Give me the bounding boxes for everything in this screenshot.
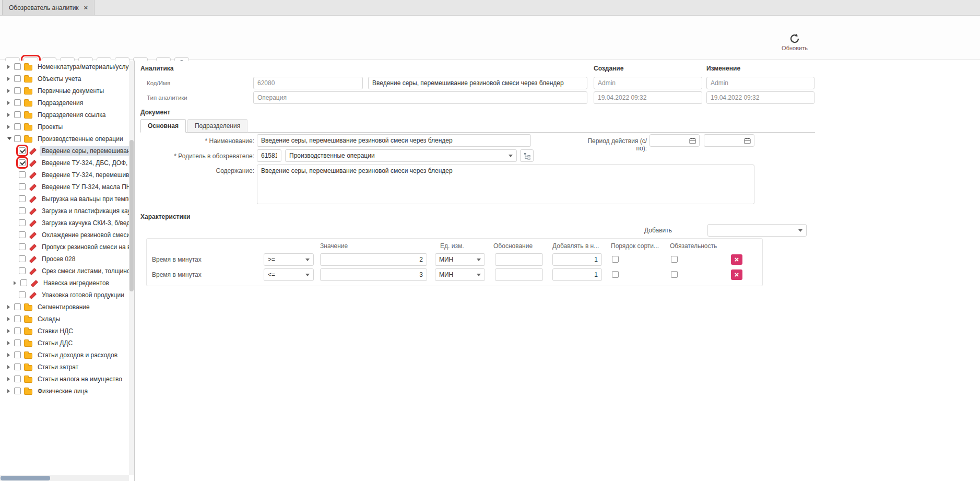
checkbox[interactable] bbox=[14, 351, 21, 358]
checkbox[interactable] bbox=[20, 279, 27, 286]
parent-select[interactable]: Производственные операции bbox=[285, 149, 517, 162]
tree-item[interactable]: Первичные документы bbox=[0, 85, 134, 97]
tree-item[interactable]: Пропуск резиновой смеси на ва bbox=[0, 241, 134, 253]
checkbox[interactable] bbox=[19, 207, 26, 214]
tree-item[interactable]: Статьи доходов и расходов bbox=[0, 349, 134, 361]
tree-item-label[interactable]: Статьи ДДС bbox=[36, 338, 75, 348]
chevron-right-icon[interactable] bbox=[7, 329, 14, 333]
checkbox[interactable] bbox=[19, 219, 26, 226]
operator-select[interactable]: >= bbox=[264, 253, 314, 266]
tree-item-label[interactable]: Физические лица bbox=[36, 386, 90, 396]
tree-item-label[interactable]: Склады bbox=[36, 314, 62, 324]
tree-item[interactable]: Статьи ДДС bbox=[0, 337, 134, 349]
tree-item-label[interactable]: Выгрузка на вальцы при темпе bbox=[40, 194, 134, 204]
checkbox[interactable] bbox=[19, 195, 26, 202]
chevron-right-icon[interactable] bbox=[7, 365, 14, 369]
checkbox[interactable] bbox=[19, 255, 26, 262]
tree-item-label[interactable]: Просев 028 bbox=[40, 254, 77, 264]
tree-item[interactable]: Загрузка и пластификация кауч bbox=[0, 205, 134, 217]
tree-item-label[interactable]: Навеска ингредиентов bbox=[41, 278, 111, 288]
add-to-input[interactable] bbox=[552, 253, 602, 266]
tree-item[interactable]: Подразделения ссылка bbox=[0, 109, 134, 121]
checkbox[interactable] bbox=[19, 159, 26, 166]
checkbox[interactable] bbox=[19, 243, 26, 250]
tree-item[interactable]: Навеска ингредиентов bbox=[0, 277, 134, 289]
value-input[interactable] bbox=[320, 253, 427, 266]
justification-input[interactable] bbox=[495, 253, 543, 266]
modified-user-input[interactable] bbox=[706, 77, 814, 89]
tree-item-label[interactable]: Ставки НДС bbox=[36, 326, 75, 336]
chevron-right-icon[interactable] bbox=[7, 77, 14, 81]
tree-item-label[interactable]: Объекты учета bbox=[36, 74, 83, 84]
tree-item-label[interactable]: Проекты bbox=[36, 122, 65, 132]
tree-item[interactable]: Склады bbox=[0, 313, 134, 325]
checkbox[interactable] bbox=[14, 135, 21, 142]
window-tab[interactable]: Обозреватель аналитик bbox=[2, 0, 95, 15]
checkbox[interactable] bbox=[14, 63, 21, 70]
tree-item-label[interactable]: Введение ТУ П-324, масла ПН-6 bbox=[40, 182, 134, 192]
tree-item-label[interactable]: Введение серы, перемешивание bbox=[40, 146, 134, 156]
value-input[interactable] bbox=[320, 268, 427, 281]
close-icon[interactable] bbox=[84, 4, 88, 11]
tree-item-label[interactable]: Подразделения ссылка bbox=[36, 110, 108, 120]
checkbox[interactable] bbox=[14, 388, 21, 394]
chevron-right-icon[interactable] bbox=[14, 281, 20, 285]
chevron-right-icon[interactable] bbox=[7, 341, 14, 345]
tree-item-label[interactable]: Охлаждение резиновой смеси н bbox=[40, 230, 134, 240]
sort-order-checkbox[interactable] bbox=[612, 256, 619, 263]
tab-main[interactable]: Основная bbox=[140, 119, 186, 133]
add-characteristic-select[interactable] bbox=[707, 224, 807, 237]
tree-item[interactable]: Упаковка готовой продукции bbox=[0, 289, 134, 301]
chevron-right-icon[interactable] bbox=[7, 389, 14, 393]
delete-row-button[interactable] bbox=[731, 269, 742, 280]
tree-item[interactable]: Сегментирование bbox=[0, 301, 134, 313]
chevron-down-icon[interactable] bbox=[7, 137, 14, 140]
tree-item[interactable]: Подразделения bbox=[0, 97, 134, 109]
tree-item[interactable]: Производственные операции bbox=[0, 133, 134, 145]
scrollbar-thumb[interactable] bbox=[129, 140, 134, 291]
tree-item-label[interactable]: Пропуск резиновой смеси на ва bbox=[40, 242, 134, 252]
tree-item[interactable]: Введение ТУ-324, ДБС, ДОФ, пер bbox=[0, 157, 134, 169]
checkbox[interactable] bbox=[14, 363, 21, 370]
checkbox[interactable] bbox=[19, 291, 26, 298]
operator-select[interactable]: <= bbox=[264, 268, 314, 281]
add-to-input[interactable] bbox=[552, 268, 602, 281]
chevron-right-icon[interactable] bbox=[7, 377, 14, 381]
code-input[interactable] bbox=[253, 77, 363, 89]
checkbox[interactable] bbox=[14, 303, 21, 310]
tree-vertical-scrollbar[interactable] bbox=[129, 61, 134, 475]
parent-code-input[interactable] bbox=[257, 149, 281, 162]
tree-item-label[interactable]: Введение ТУ-324, перемешиван bbox=[40, 170, 134, 180]
chevron-right-icon[interactable] bbox=[7, 101, 14, 105]
analytics-type-input[interactable] bbox=[253, 91, 587, 104]
tree-item-label[interactable]: Статьи доходов и расходов bbox=[36, 350, 120, 360]
tree-item[interactable]: Статьи затрат bbox=[0, 361, 134, 373]
tree-item[interactable]: Введение ТУ-324, перемешиван bbox=[0, 169, 134, 181]
chevron-right-icon[interactable] bbox=[7, 89, 14, 93]
checkbox[interactable] bbox=[19, 183, 26, 190]
tree-item[interactable]: Физические лица bbox=[0, 385, 134, 397]
tree-item[interactable]: Срез смеси листами, толщиной bbox=[0, 265, 134, 277]
checkbox[interactable] bbox=[14, 99, 21, 106]
tree-item[interactable]: Объекты учета bbox=[0, 73, 134, 85]
tab-departments[interactable]: Подразделения bbox=[187, 119, 247, 133]
tree-item-label[interactable]: Статьи налога на имущество bbox=[36, 374, 124, 384]
checkbox[interactable] bbox=[14, 123, 21, 130]
checkbox[interactable] bbox=[14, 327, 21, 334]
tree-item-label[interactable]: Упаковка готовой продукции bbox=[40, 290, 126, 300]
checkbox[interactable] bbox=[14, 87, 21, 94]
tree-item[interactable]: Загрузка каучука СКИ-3, б/ведр bbox=[0, 217, 134, 229]
content-textarea[interactable]: Введение серы, перемешивание резиновой с… bbox=[257, 165, 754, 204]
created-date-input[interactable] bbox=[594, 91, 702, 104]
chevron-right-icon[interactable] bbox=[7, 353, 14, 357]
checkbox[interactable] bbox=[19, 231, 26, 238]
checkbox[interactable] bbox=[19, 267, 26, 274]
tree-item[interactable]: Ставки НДС bbox=[0, 325, 134, 337]
period-to-input[interactable] bbox=[704, 134, 754, 147]
analytics-name-input[interactable] bbox=[368, 77, 587, 89]
tree-item-label[interactable]: Загрузка каучука СКИ-3, б/ведр bbox=[40, 218, 134, 228]
tree-item-label[interactable]: Первичные документы bbox=[36, 86, 106, 96]
tree-item[interactable]: Номенклатура/материалы/услуги bbox=[0, 61, 134, 73]
tree-item[interactable]: Просев 028 bbox=[0, 253, 134, 265]
checkbox[interactable] bbox=[14, 339, 21, 346]
